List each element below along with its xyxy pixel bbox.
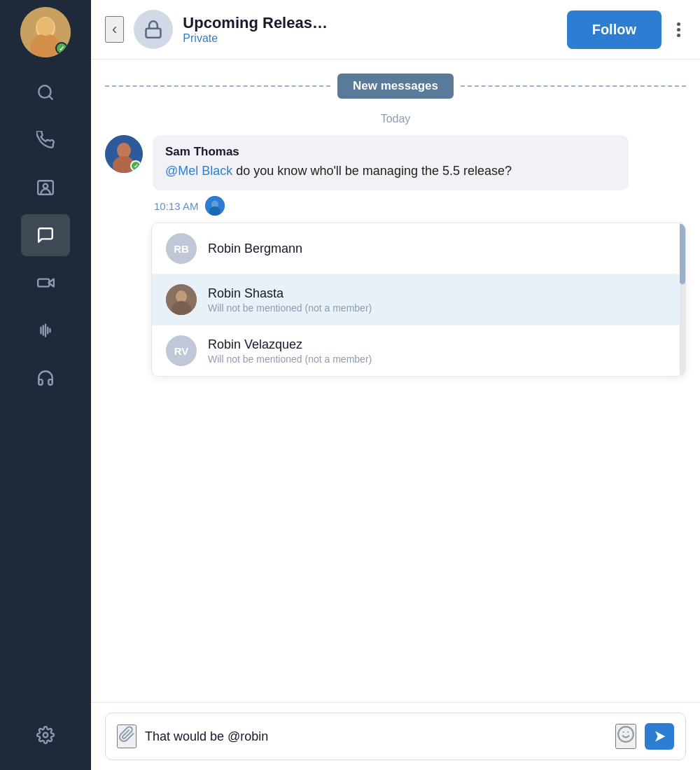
- chat-area: New messages Today Sam Thomas @Mel Black: [91, 59, 700, 702]
- online-badge: [55, 42, 68, 55]
- sidebar-item-support[interactable]: [21, 357, 70, 399]
- svg-marker-29: [655, 732, 665, 742]
- new-messages-badge: New messages: [337, 74, 454, 99]
- mention-dropdown: RB Robin Bergmann Robin Shasta Will not …: [151, 223, 686, 377]
- message-input[interactable]: [145, 729, 607, 744]
- divider-line-right: [461, 85, 686, 87]
- sidebar: [0, 0, 91, 770]
- channel-title: Upcoming Releas…: [183, 14, 556, 32]
- mention-info-rb: Robin Bergmann: [208, 241, 302, 256]
- mention-note-rv: Will not be mentioned (not a member): [208, 354, 372, 365]
- divider-line-left: [105, 85, 330, 87]
- message-mention: @Mel Black: [165, 164, 232, 178]
- mention-info-rv: Robin Velazquez Will not be mentioned (n…: [208, 337, 372, 365]
- message-sender-avatar: [105, 135, 143, 173]
- message-row: Sam Thomas @Mel Black do you know who'll…: [91, 135, 700, 223]
- sidebar-item-phone[interactable]: [21, 119, 70, 161]
- svg-point-18: [117, 143, 131, 158]
- send-button[interactable]: [645, 723, 674, 750]
- channel-subtitle: Private: [183, 32, 556, 45]
- new-messages-divider: New messages: [91, 59, 700, 106]
- channel-icon: [134, 10, 173, 49]
- main-content: ‹ Upcoming Releas… Private Follow New me…: [91, 0, 700, 770]
- svg-rect-8: [38, 279, 49, 287]
- attach-button[interactable]: [117, 724, 136, 748]
- mention-avatar-rb: RB: [166, 233, 197, 264]
- message-meta: 10:13 AM: [153, 196, 686, 216]
- mention-info-rs: Robin Shasta Will not be mentioned (not …: [208, 286, 372, 314]
- follow-button[interactable]: Follow: [567, 10, 662, 49]
- channel-info: Upcoming Releas… Private: [183, 14, 556, 45]
- message-content: Sam Thomas @Mel Black do you know who'll…: [153, 135, 686, 216]
- more-options-button[interactable]: [671, 20, 686, 40]
- sidebar-item-settings[interactable]: [21, 714, 70, 756]
- sidebar-item-video[interactable]: [21, 262, 70, 304]
- input-area: [91, 702, 700, 770]
- sidebar-item-audio[interactable]: [21, 309, 70, 351]
- mention-note-rs: Will not be mentioned (not a member): [208, 302, 372, 314]
- message-text: @Mel Black do you know who'll be managin…: [165, 162, 616, 181]
- back-button[interactable]: ‹: [105, 16, 124, 43]
- input-box: [105, 713, 686, 760]
- mention-item-robin-shasta[interactable]: Robin Shasta Will not be mentioned (not …: [152, 274, 685, 325]
- svg-point-7: [43, 184, 48, 189]
- mention-avatar-rv: RV: [166, 335, 197, 366]
- svg-line-5: [49, 96, 52, 99]
- svg-point-26: [618, 727, 634, 742]
- mention-scrollbar[interactable]: [680, 223, 685, 376]
- mention-name-rs: Robin Shasta: [208, 286, 372, 301]
- sidebar-item-messages[interactable]: [21, 214, 70, 256]
- more-dot-2: [677, 28, 680, 31]
- svg-point-15: [43, 733, 48, 738]
- user-avatar[interactable]: [20, 7, 71, 57]
- message-body: do you know who'll be managing the 5.5 r…: [236, 164, 512, 178]
- message-sender-name: Sam Thomas: [165, 145, 616, 159]
- mention-name-rv: Robin Velazquez: [208, 337, 372, 352]
- svg-rect-16: [146, 29, 161, 38]
- mention-avatar-rs: [166, 284, 197, 315]
- message-seen-avatar: [205, 196, 225, 216]
- channel-header: ‹ Upcoming Releas… Private Follow: [91, 0, 700, 59]
- sidebar-item-search[interactable]: [21, 71, 70, 113]
- mention-item-robin-velazquez[interactable]: RV Robin Velazquez Will not be mentioned…: [152, 325, 685, 376]
- svg-point-3: [37, 18, 54, 36]
- mention-scrollbar-thumb: [680, 223, 685, 284]
- nav-items: [0, 71, 91, 399]
- sender-online-badge: [130, 160, 141, 172]
- message-time: 10:13 AM: [154, 200, 198, 212]
- today-label: Today: [91, 106, 700, 135]
- mention-name-rb: Robin Bergmann: [208, 241, 302, 256]
- more-dot-1: [677, 22, 680, 26]
- more-dot-3: [677, 34, 680, 37]
- emoji-button[interactable]: [615, 724, 636, 749]
- message-bubble: Sam Thomas @Mel Black do you know who'll…: [153, 135, 629, 190]
- sidebar-item-contacts[interactable]: [21, 167, 70, 209]
- mention-item-robin-bergmann[interactable]: RB Robin Bergmann: [152, 223, 685, 274]
